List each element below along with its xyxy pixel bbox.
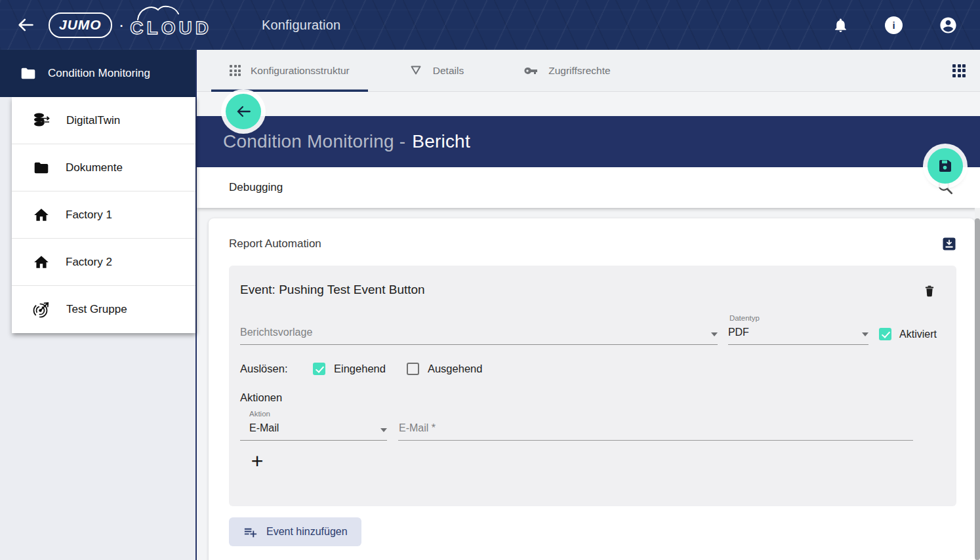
playlist-add-icon <box>243 525 258 540</box>
home-icon <box>33 254 50 271</box>
download-icon <box>942 237 956 251</box>
aktion-select[interactable]: Aktion E-Mail <box>240 410 387 441</box>
ausgehend-checkbox[interactable]: Ausgehend <box>407 363 483 375</box>
page-title: Konfiguration <box>262 18 340 33</box>
sidebar-item-test-gruppe[interactable]: Test Gruppe <box>12 286 195 333</box>
download-button[interactable] <box>942 237 956 251</box>
sidebar-item-factory-2[interactable]: Factory 2 <box>12 239 195 286</box>
sidebar-item-label: Factory 2 <box>66 256 112 269</box>
chevron-down-icon <box>711 332 718 336</box>
sidebar-item-condition-monitoring[interactable]: Condition Monitoring <box>0 50 195 97</box>
folder-icon <box>33 159 50 176</box>
datentyp-value: PDF <box>728 327 749 338</box>
apps-grid-button[interactable] <box>952 64 966 77</box>
email-field-wrap <box>398 422 913 441</box>
apps-grid-icon <box>952 64 966 77</box>
sidebar-item-factory-1[interactable]: Factory 1 <box>12 191 195 239</box>
sidebar-item-digitaltwin[interactable]: DigitalTwin <box>12 97 195 144</box>
sidebar-item-label: Factory 1 <box>66 209 112 222</box>
key-icon <box>523 63 539 79</box>
tree-node-label: Debugging <box>229 181 283 194</box>
logo-dot: · <box>119 15 125 35</box>
aktion-label: Aktion <box>240 410 387 418</box>
vertical-scrollbar[interactable] <box>975 218 980 560</box>
fab-back-button[interactable] <box>226 94 261 129</box>
account-button[interactable] <box>939 16 958 35</box>
banner-title-emphasis: Bericht <box>412 131 470 151</box>
add-event-label: Event hinzufügen <box>266 526 348 538</box>
database-sync-icon <box>33 111 51 129</box>
info-button[interactable]: i <box>885 16 903 34</box>
cloud-wordmark: CLOUD <box>130 11 212 39</box>
app-bar: JUMO · CLOUD Konfiguration i <box>0 0 980 50</box>
content-scroll-area: Report Automation Event: Pushing Test Ev… <box>197 208 980 560</box>
group-banner: Condition Monitoring -Bericht <box>197 116 980 167</box>
chevron-down-icon <box>380 428 387 432</box>
home-icon <box>33 207 50 224</box>
event-title: Event: Pushing Test Event Button <box>240 283 425 297</box>
cloud-arc-icon <box>136 3 184 21</box>
banner-title-prefix: Condition Monitoring - <box>223 131 405 151</box>
sidebar: Condition Monitoring DigitalTwin Dokumen… <box>0 50 197 560</box>
filter-icon <box>409 64 423 78</box>
delete-event-button[interactable] <box>922 284 937 298</box>
arrow-left-icon <box>235 103 252 120</box>
checkbox-icon <box>879 328 891 340</box>
tab-konfigurationsstruktur[interactable]: Konfigurationsstruktur <box>211 50 368 92</box>
aktiviert-checkbox[interactable]: Aktiviert <box>879 328 937 345</box>
section-title: Report Automation <box>229 237 321 250</box>
sidebar-item-label: Test Gruppe <box>66 303 127 316</box>
tree-node-debugging[interactable]: Debugging <box>197 167 980 208</box>
email-input[interactable] <box>398 422 913 441</box>
bell-icon <box>832 17 849 33</box>
sidebar-item-label: Dokumente <box>66 161 123 174</box>
tab-bar: Konfigurationsstruktur Details Zugriffsr… <box>197 50 980 92</box>
sidebar-item-label: DigitalTwin <box>66 114 120 127</box>
tab-details[interactable]: Details <box>390 50 482 92</box>
checkbox-icon <box>313 363 325 375</box>
jumo-cloud-logo: JUMO · CLOUD <box>49 11 212 39</box>
chevron-down-icon <box>862 332 868 336</box>
berichtsvorlage-placeholder: Berichtsvorlage <box>240 327 312 338</box>
aktiviert-label: Aktiviert <box>899 329 937 340</box>
ausloesen-label: Auslösen: <box>240 363 313 375</box>
app-bar-actions: i <box>832 16 958 35</box>
sidebar-item-label: Condition Monitoring <box>48 67 150 80</box>
datentyp-select[interactable]: Datentyp PDF <box>728 314 868 345</box>
aktionen-label: Aktionen <box>240 391 937 404</box>
eingehend-label: Eingehend <box>334 363 386 375</box>
target-icon <box>33 301 51 319</box>
datentyp-label: Datentyp <box>728 314 868 322</box>
tab-zugriffsrechte[interactable]: Zugriffsrechte <box>504 50 628 92</box>
save-icon <box>937 158 953 174</box>
berichtsvorlage-select[interactable]: Berichtsvorlage <box>240 327 718 345</box>
grid-icon <box>230 65 241 76</box>
tab-label: Zugriffsrechte <box>548 65 610 77</box>
account-icon <box>939 16 958 35</box>
report-automation-card: Report Automation Event: Pushing Test Ev… <box>209 218 975 560</box>
folder-icon <box>20 65 37 82</box>
add-action-button[interactable]: + <box>248 450 266 472</box>
aktion-value: E-Mail <box>240 422 279 434</box>
event-card: Event: Pushing Test Event Button <box>229 266 956 506</box>
banner-title: Condition Monitoring -Bericht <box>223 131 470 152</box>
checkbox-icon <box>407 363 419 375</box>
jumo-badge: JUMO <box>49 12 112 38</box>
main-area: Konfigurationsstruktur Details Zugriffsr… <box>197 50 980 560</box>
tab-label: Details <box>433 65 464 77</box>
arrow-left-icon <box>16 16 35 34</box>
app-back-button[interactable] <box>16 15 35 35</box>
fab-save-button[interactable] <box>928 148 963 184</box>
notifications-button[interactable] <box>832 17 849 33</box>
sidebar-item-dokumente[interactable]: Dokumente <box>12 144 195 191</box>
eingehend-checkbox[interactable]: Eingehend <box>313 363 386 375</box>
info-icon: i <box>885 16 903 34</box>
ausgehend-label: Ausgehend <box>428 363 483 375</box>
sidebar-panel: DigitalTwin Dokumente Factory 1 Factory … <box>12 97 195 333</box>
tab-label: Konfigurationsstruktur <box>251 65 350 77</box>
add-event-button[interactable]: Event hinzufügen <box>229 517 361 546</box>
plus-icon: + <box>251 449 264 473</box>
trash-icon <box>922 284 937 298</box>
